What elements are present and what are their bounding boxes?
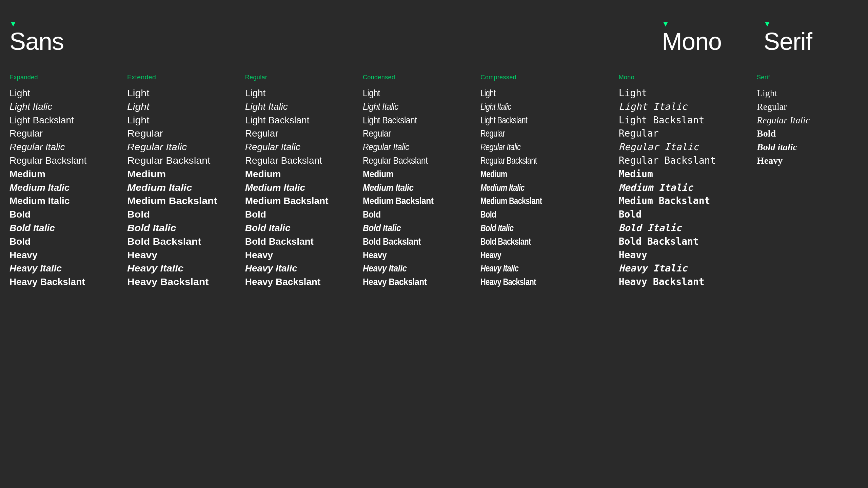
list-item: Heavy xyxy=(619,248,736,262)
list-item: Light xyxy=(127,100,254,114)
column-mono: Mono Light Light Italic Light Backslant … xyxy=(619,74,736,289)
list-item: Light Italic xyxy=(363,100,467,114)
list-item: Light xyxy=(245,86,363,100)
list-item: Heavy Italic xyxy=(127,262,254,275)
condensed-label: Condensed xyxy=(363,74,480,81)
list-item: Bold italic xyxy=(757,140,859,154)
list-item: Light xyxy=(619,86,736,100)
column-compressed: Compressed Light Light Italic Light Back… xyxy=(480,74,598,289)
list-item: Bold Italic xyxy=(127,221,254,235)
list-item: Bold xyxy=(480,208,572,221)
list-item: Medium xyxy=(9,167,127,181)
column-serif: Serif Light Regular Regular Italic Bold … xyxy=(757,74,859,289)
column-extended: Extended Light Light Light Regular Regul… xyxy=(127,74,254,289)
list-item: Regular Italic xyxy=(619,140,736,154)
serif-family-header: ▼ Serif xyxy=(764,20,859,54)
list-item: Light Backslant xyxy=(245,114,363,127)
list-item: Heavy xyxy=(363,248,467,262)
list-item: Regular xyxy=(127,127,254,140)
list-item: Heavy Italic xyxy=(245,262,363,275)
serif-col-label: Serif xyxy=(757,74,859,81)
list-item: Heavy Italic xyxy=(9,262,127,275)
list-item: Regular Backslant xyxy=(127,154,254,167)
list-item: Regular Italic xyxy=(363,140,467,154)
mono-triangle-icon: ▼ xyxy=(662,20,757,28)
list-item: Regular Backslant xyxy=(619,154,736,167)
list-item: Medium xyxy=(127,167,254,181)
list-item: Bold xyxy=(9,235,127,248)
list-item: Light Backslant xyxy=(9,114,127,127)
list-item: Regular Backslant xyxy=(480,154,572,167)
list-item: Regular Backslant xyxy=(363,154,467,167)
list-item: Light Italic xyxy=(9,100,127,114)
list-item: Light Backslant xyxy=(363,114,467,127)
list-item: Light xyxy=(363,86,467,100)
list-item: Medium Backslant xyxy=(363,194,467,208)
list-item: Heavy xyxy=(127,248,254,262)
list-item: Heavy xyxy=(757,154,859,167)
mono-family-header: ▼ Mono xyxy=(662,20,757,54)
list-item: Regular xyxy=(363,127,467,140)
sans-family-header: ▼ Sans xyxy=(9,20,326,54)
list-item: Medium Italic xyxy=(127,181,254,195)
list-item: Bold Italic xyxy=(480,221,572,235)
list-item: Bold xyxy=(245,208,363,221)
list-item: Regular Italic xyxy=(245,140,363,154)
list-item: Bold xyxy=(127,208,254,221)
list-item: Medium Backslant xyxy=(619,194,736,208)
list-item: Light xyxy=(9,86,127,100)
list-item: Regular xyxy=(480,127,572,140)
list-item: Heavy Italic xyxy=(363,262,467,275)
list-item: Heavy Italic xyxy=(619,262,736,275)
list-item: Regular xyxy=(619,127,736,140)
list-item: Heavy Backslant xyxy=(9,275,127,289)
list-item: Heavy Backslant xyxy=(363,275,467,289)
list-item: Bold Backslant xyxy=(127,235,254,248)
list-item: Regular Italic xyxy=(127,140,254,154)
list-item: Light Italic xyxy=(245,100,363,114)
list-item: Light xyxy=(127,114,254,127)
list-item: Regular Italic xyxy=(757,114,859,127)
list-item: Medium Italic xyxy=(619,181,736,195)
list-item: Medium Italic xyxy=(245,181,363,195)
list-item: Bold xyxy=(9,208,127,221)
font-columns: Expanded Light Light Italic Light Backsl… xyxy=(9,74,859,289)
list-item: Bold xyxy=(619,208,736,221)
list-item: Heavy Backslant xyxy=(245,275,363,289)
list-item: Medium xyxy=(245,167,363,181)
list-item: Heavy Italic xyxy=(480,262,572,275)
mono-title: Mono xyxy=(662,29,757,54)
list-item: Medium Italic xyxy=(363,181,467,195)
list-item: Heavy xyxy=(480,248,572,262)
list-item: Medium Backslant xyxy=(245,194,363,208)
list-item: Medium Italic xyxy=(480,181,572,195)
list-item: Bold Italic xyxy=(9,221,127,235)
list-item: Heavy Backslant xyxy=(619,275,736,289)
list-item: Bold xyxy=(363,208,467,221)
list-item: Bold Backslant xyxy=(245,235,363,248)
list-item: Light xyxy=(127,86,254,100)
list-item: Light Italic xyxy=(480,100,572,114)
serif-triangle-icon: ▼ xyxy=(764,20,859,28)
column-condensed: Condensed Light Light Italic Light Backs… xyxy=(363,74,480,289)
list-item: Bold Italic xyxy=(245,221,363,235)
list-item: Bold Backslant xyxy=(480,235,572,248)
sans-title: Sans xyxy=(9,29,326,54)
list-item: Heavy Backslant xyxy=(480,275,572,289)
list-item: Bold xyxy=(757,127,859,140)
list-item: Light Italic xyxy=(619,100,736,114)
serif-title: Serif xyxy=(764,29,859,54)
list-item: Regular Backslant xyxy=(245,154,363,167)
list-item: Medium Backslant xyxy=(480,194,572,208)
list-item: Light Backslant xyxy=(480,114,572,127)
compressed-label: Compressed xyxy=(480,74,598,81)
mono-label: Mono xyxy=(619,74,736,81)
list-item: Medium Italic xyxy=(9,194,127,208)
list-item: Regular xyxy=(245,127,363,140)
list-item: Bold Backslant xyxy=(363,235,467,248)
header-row: ▼ Sans ▼ Mono ▼ Serif xyxy=(9,20,859,54)
list-item: Bold Italic xyxy=(619,221,736,235)
list-item: Regular Italic xyxy=(480,140,572,154)
list-item: Regular xyxy=(757,100,859,114)
list-item: Heavy xyxy=(245,248,363,262)
